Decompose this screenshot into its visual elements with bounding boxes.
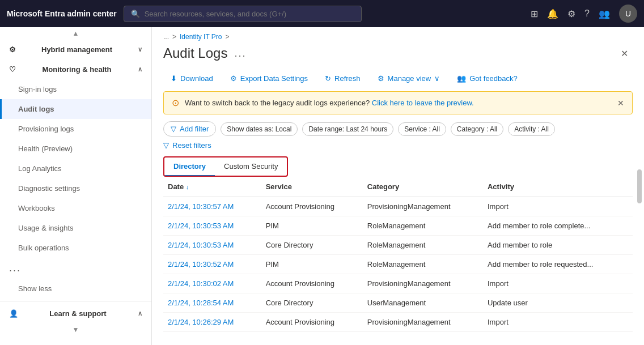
cell-activity: Add member to role	[483, 236, 633, 255]
health-label: Health (Preview)	[18, 144, 73, 153]
date-link[interactable]: 2/1/24, 10:28:54 AM	[168, 299, 234, 307]
chevron-learn: ∧	[138, 310, 142, 317]
reset-filter-icon: ▽	[163, 141, 169, 150]
sidebar-item-log-analytics[interactable]: Log Analytics	[0, 159, 151, 178]
content-area: ... > Identity IT Pro > Audit Logs ... ✕…	[152, 27, 644, 345]
sidebar-item-signin-logs[interactable]: Sign-in logs	[0, 79, 151, 99]
category-filter[interactable]: Category : All	[451, 122, 503, 136]
cell-activity: Add member to role complete...	[483, 216, 633, 236]
scroll-up-indicator[interactable]: ▲	[0, 27, 151, 40]
audit-label: Audit logs	[18, 105, 54, 113]
download-button[interactable]: ⬇ Download	[163, 70, 221, 87]
sidebar-item-learn-support[interactable]: 👤 Learn & support ∧	[0, 304, 151, 323]
banner-close-button[interactable]: ✕	[617, 99, 624, 108]
sidebar-label-monitoring: Monitoring & health	[42, 65, 111, 74]
sidebar-item-workbooks[interactable]: Workbooks	[0, 198, 151, 218]
table-row: 2/1/24, 10:30:53 AM Core Directory RoleM…	[163, 236, 633, 255]
breadcrumb-identity-it-pro[interactable]: Identity IT Pro	[180, 33, 222, 41]
banner-text: Want to switch back to the legacy audit …	[185, 99, 474, 107]
add-filter-button[interactable]: ▽ Add filter	[163, 121, 216, 137]
date-link[interactable]: 2/1/24, 10:30:53 AM	[168, 222, 234, 230]
sidebar-item-hybrid-management[interactable]: ⚙ Hybrid management ∨	[0, 40, 151, 59]
bulk-label: Bulk operations	[18, 244, 69, 252]
manage-view-label: Manage view	[388, 74, 431, 83]
cell-date: 2/1/24, 10:26:29 AM	[163, 313, 261, 332]
sidebar-label-learn: Learn & support	[49, 309, 106, 318]
cell-date: 2/1/24, 10:28:54 AM	[163, 293, 261, 313]
page-options-button[interactable]: ...	[234, 48, 246, 59]
portal-icon[interactable]: ⊞	[531, 8, 538, 19]
chevron-down-icon: ∨	[434, 74, 440, 83]
sidebar-item-show-less[interactable]: Show less	[0, 279, 151, 299]
sidebar-item-audit-logs[interactable]: Audit logs	[0, 99, 151, 119]
service-filter[interactable]: Service : All	[398, 122, 446, 136]
learn-icon: 👤	[9, 309, 18, 318]
cell-category: RoleManagement	[363, 216, 483, 236]
table-row: 2/1/24, 10:30:57 AM Account Provisioning…	[163, 197, 633, 216]
table-row: 2/1/24, 10:30:02 AM Account Provisioning…	[163, 274, 633, 293]
cell-activity: Add member to role requested...	[483, 255, 633, 274]
sidebar-item-usage-insights[interactable]: Usage & insights	[0, 218, 151, 238]
banner-link[interactable]: Click here to leave the preview.	[372, 99, 474, 107]
reset-filters-row[interactable]: ▽ Reset filters	[152, 139, 644, 154]
settings-icon[interactable]: ⚙	[567, 8, 575, 19]
cell-date: 2/1/24, 10:30:52 AM	[163, 255, 261, 274]
sidebar-item-health-preview[interactable]: Health (Preview)	[0, 139, 151, 159]
cell-category: UserManagement	[363, 293, 483, 313]
cell-service: Account Provisioning	[261, 197, 363, 216]
feedback-label: Got feedback?	[469, 74, 518, 83]
diagnostic-label: Diagnostic settings	[18, 184, 80, 193]
toolbar: ⬇ Download ⚙ Export Data Settings ↻ Refr…	[152, 68, 644, 91]
cell-service: Account Provisioning	[261, 313, 363, 332]
manage-view-button[interactable]: ⚙ Manage view ∨	[370, 70, 448, 87]
bell-icon[interactable]: 🔔	[547, 8, 558, 19]
refresh-icon: ↻	[325, 74, 331, 83]
sidebar-item-bulk-operations[interactable]: Bulk operations	[0, 238, 151, 258]
help-icon[interactable]: ?	[584, 8, 590, 19]
export-data-settings-button[interactable]: ⚙ Export Data Settings	[223, 70, 315, 87]
sidebar-dots[interactable]: ...	[0, 258, 151, 279]
cell-category: ProvisioningManagement	[363, 197, 483, 216]
scroll-down-indicator[interactable]: ▼	[0, 323, 151, 336]
breadcrumb: ... > Identity IT Pro >	[152, 27, 644, 43]
avatar[interactable]: U	[619, 5, 637, 23]
sidebar-item-provisioning-logs[interactable]: Provisioning logs	[0, 119, 151, 139]
refresh-button[interactable]: ↻ Refresh	[317, 70, 368, 87]
scroll-indicator	[637, 169, 642, 203]
date-link[interactable]: 2/1/24, 10:30:57 AM	[168, 202, 234, 211]
reset-filters-label: Reset filters	[172, 141, 211, 150]
feedback-icon[interactable]: 👥	[599, 8, 610, 19]
refresh-label: Refresh	[334, 74, 361, 83]
col-category[interactable]: Category	[363, 177, 483, 197]
cell-activity: Import	[483, 313, 633, 332]
date-link[interactable]: 2/1/24, 10:30:53 AM	[168, 241, 234, 249]
cell-service: Account Provisioning	[261, 274, 363, 293]
sidebar-item-diagnostic-settings[interactable]: Diagnostic settings	[0, 178, 151, 198]
date-link[interactable]: 2/1/24, 10:30:02 AM	[168, 279, 234, 288]
col-date[interactable]: Date ↓	[163, 177, 261, 197]
top-navigation: Microsoft Entra admin center 🔍 ⊞ 🔔 ⚙ ? 👥…	[0, 0, 644, 27]
show-less-label: Show less	[18, 284, 52, 293]
chevron-monitoring: ∧	[138, 66, 142, 73]
tab-directory[interactable]: Directory	[164, 157, 215, 176]
show-dates-filter[interactable]: Show dates as: Local	[221, 122, 298, 136]
breadcrumb-dots[interactable]: ...	[163, 33, 169, 41]
close-button[interactable]: ✕	[616, 46, 633, 61]
table-row: 2/1/24, 10:30:52 AM PIM RoleManagement A…	[163, 255, 633, 274]
main-layout: ▲ ⚙ Hybrid management ∨ ♡ Monitoring & h…	[0, 27, 644, 345]
sidebar-item-monitoring-health[interactable]: ♡ Monitoring & health ∧	[0, 59, 151, 79]
col-service[interactable]: Service	[261, 177, 363, 197]
feedback-button[interactable]: 👥 Got feedback?	[450, 70, 525, 87]
cell-date: 2/1/24, 10:30:53 AM	[163, 216, 261, 236]
date-link[interactable]: 2/1/24, 10:26:29 AM	[168, 318, 234, 326]
date-range-filter[interactable]: Date range: Last 24 hours	[302, 122, 393, 136]
search-bar[interactable]: 🔍	[124, 6, 362, 22]
date-link[interactable]: 2/1/24, 10:30:52 AM	[168, 260, 234, 269]
audit-logs-table: Date ↓ Service Category Activity	[163, 177, 633, 332]
activity-filter[interactable]: Activity : All	[508, 122, 555, 136]
col-activity[interactable]: Activity	[483, 177, 633, 197]
search-input[interactable]	[145, 10, 354, 18]
cell-activity: Import	[483, 197, 633, 216]
workbooks-label: Workbooks	[18, 204, 55, 212]
tab-custom-security[interactable]: Custom Security	[215, 157, 287, 176]
